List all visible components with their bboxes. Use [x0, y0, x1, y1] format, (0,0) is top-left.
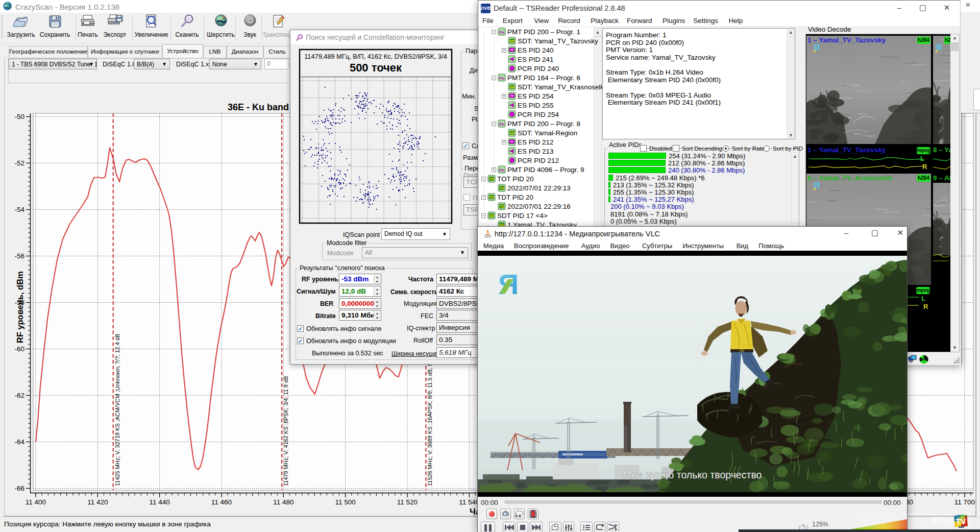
svg-text:11425 MHz; V; 32719 KS ;ACM/VC: 11425 MHz; V; 32719 KS ;ACM/VCM ;Unknown… — [114, 334, 120, 486]
svg-text:11 420: 11 420 — [87, 498, 108, 506]
svg-text:11479,489 МГц, В/П, 4162 Кс, D: 11479,489 МГц, В/П, 4162 Кс, DVBS2/8PSK,… — [304, 53, 447, 60]
svg-text:11 520: 11 520 — [397, 498, 418, 506]
svg-text:-66: -66 — [14, 485, 24, 492]
svg-text:11 500: 11 500 — [335, 498, 355, 506]
svg-text:11 540: 11 540 — [459, 498, 479, 506]
svg-text:11479 MHz; V; 4162 KS ;8PSK; 3: 11479 MHz; V; 4162 KS ;8PSK; 3/4; 11.9 d… — [283, 376, 289, 486]
svg-text:Мне нужно только творчество: Мне нужно только творчество — [624, 469, 762, 480]
svg-text:11 440: 11 440 — [150, 498, 170, 506]
svg-text:36E - Ku band: 36E - Ku band — [228, 102, 289, 112]
svg-text:-62: -62 — [14, 392, 24, 399]
svg-text:500 точек: 500 точек — [350, 61, 402, 74]
svg-text:11 700: 11 700 — [954, 498, 975, 506]
svg-text:TV: TV — [955, 517, 967, 526]
svg-text:-64: -64 — [14, 438, 24, 446]
svg-text:-50: -50 — [14, 113, 24, 120]
svg-text:11 480: 11 480 — [273, 498, 293, 506]
svg-text:RF уровень, dBm: RF уровень, dBm — [15, 271, 24, 343]
svg-text:11 400: 11 400 — [26, 498, 46, 506]
svg-text:-54: -54 — [14, 206, 24, 213]
svg-text:-56: -56 — [14, 252, 24, 260]
svg-text:-52: -52 — [14, 159, 24, 167]
svg-text:-60: -60 — [14, 345, 24, 353]
svg-text:11 460: 11 460 — [211, 498, 232, 506]
